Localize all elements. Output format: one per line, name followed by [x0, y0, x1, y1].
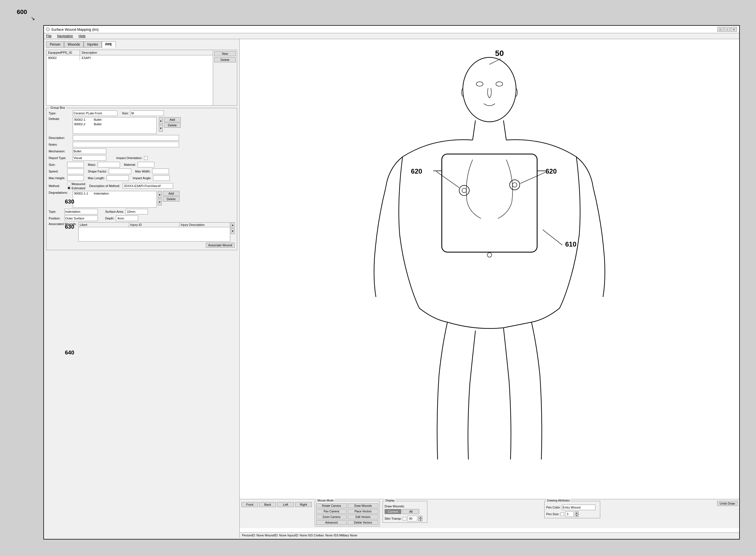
- speed-input[interactable]: [67, 169, 84, 174]
- pen-size-row: Pen Size: ▲ ▼: [546, 511, 598, 517]
- new-button[interactable]: New: [214, 51, 236, 56]
- pan-camera-button[interactable]: Pan Camera: [316, 509, 347, 514]
- degrad-scroll-down[interactable]: ▼: [158, 199, 162, 205]
- type2-label: Type:: [49, 210, 63, 213]
- max-width-input[interactable]: [152, 169, 169, 174]
- svg-rect-5: [442, 154, 537, 252]
- delete-ppe-button[interactable]: Delete: [214, 57, 236, 62]
- speed-shape-width-row: Speed: Shape Factor: Max Width:: [49, 169, 235, 174]
- defeats-scroll-up[interactable]: ▲: [159, 117, 163, 124]
- close-button[interactable]: ×: [731, 27, 737, 32]
- max-length-label: Max Length:: [88, 176, 105, 180]
- content-area: Person Wounds Injuries PPE EquippedPPE_I…: [44, 39, 739, 538]
- report-type-label: Report Type:: [49, 156, 71, 160]
- assoc-scroll-up[interactable]: ▲: [231, 222, 235, 228]
- pen-size-down[interactable]: ▼: [575, 514, 579, 517]
- skin-transp-down[interactable]: ▼: [419, 519, 422, 521]
- method-estimated-option: Estimated: [67, 186, 85, 190]
- right-button[interactable]: Right: [295, 502, 312, 507]
- skin-transp-row: Skin Transp: ▲ ▼: [385, 516, 425, 521]
- degradations-row: Degradations: 90002-1-1 Indentation ▲ ▼: [49, 191, 235, 208]
- advanced-button[interactable]: Advanced: [316, 520, 347, 525]
- skin-transp-up[interactable]: ▲: [419, 516, 422, 519]
- place-vectors-button[interactable]: Place Vectors: [348, 509, 379, 514]
- defeats-add-button[interactable]: Add: [164, 117, 181, 122]
- draw-wounds-button[interactable]: Draw Wounds: [348, 503, 379, 508]
- pen-size-up[interactable]: ▲: [575, 511, 579, 514]
- tab-ppe[interactable]: PPE: [102, 41, 116, 47]
- type2-surfarea-row: Type: Indentation Surface Area:: [49, 209, 235, 214]
- method-label: Method:: [49, 184, 65, 187]
- max-width-label: Max Width:: [135, 170, 151, 173]
- pen-size-checkbox[interactable]: [560, 512, 564, 516]
- drawing-attr-label: Drawing Attributes: [546, 499, 570, 502]
- edit-vectors-button[interactable]: Edit Vectors: [348, 515, 379, 519]
- material-input[interactable]: [138, 162, 154, 168]
- menu-file[interactable]: File: [46, 34, 52, 38]
- degrad-add-button[interactable]: Add: [163, 191, 179, 196]
- notes-input[interactable]: [73, 142, 179, 147]
- mechanism-select[interactable]: Bullet: [73, 148, 106, 154]
- measured-radio[interactable]: [67, 182, 71, 185]
- mass-label: Mass:: [88, 163, 96, 166]
- associate-wound-button[interactable]: Associate Wound: [206, 243, 235, 248]
- maxh-maxl-angle-row: Max Height: Max Length: Impact Angle:: [49, 175, 235, 181]
- current-button[interactable]: Current: [385, 509, 401, 514]
- ppe-id-value: 90002: [46, 55, 80, 60]
- pen-size-input[interactable]: [565, 511, 573, 517]
- report-type-select[interactable]: Visual: [73, 155, 106, 161]
- minimize-button[interactable]: □: [717, 27, 724, 32]
- assoc-wound-row: Associate Wound: [49, 243, 235, 248]
- tab-person[interactable]: Person: [46, 41, 64, 47]
- type-label: Type:: [49, 111, 71, 115]
- type-select[interactable]: Ceramic PLate Front: [73, 110, 118, 116]
- size-select[interactable]: M: [130, 110, 164, 116]
- depth-input[interactable]: [116, 215, 138, 221]
- view-buttons-group: Front Back Left Right: [241, 502, 312, 507]
- back-button[interactable]: Back: [259, 502, 276, 507]
- report-type-row: Report Type: Visual Impact Orientation:: [49, 155, 235, 161]
- defeats-delete-button[interactable]: Delete: [164, 123, 181, 128]
- pen-color-select[interactable]: Entry Wound: [562, 505, 595, 510]
- desc-of-method-label: Description of Method:: [89, 184, 120, 187]
- assoc-col-injid: Injury ID: [129, 222, 180, 227]
- skin-transp-checkbox[interactable]: [403, 517, 406, 521]
- skin-transp-input[interactable]: [407, 516, 417, 521]
- all-button[interactable]: All: [402, 509, 419, 514]
- annotation-600: 600: [17, 8, 27, 16]
- tab-wounds[interactable]: Wounds: [64, 41, 84, 47]
- estimated-radio[interactable]: [67, 186, 71, 190]
- defeats-scroll-down[interactable]: ▼: [159, 125, 163, 132]
- menu-bar: File Navigation Help: [44, 33, 739, 39]
- restore-button[interactable]: ○: [724, 27, 730, 32]
- front-button[interactable]: Front: [241, 502, 258, 507]
- delete-vectors-button[interactable]: Delete Vectors: [348, 520, 379, 525]
- surface-area-input[interactable]: [126, 209, 148, 214]
- max-length-input[interactable]: [106, 175, 129, 181]
- shape-factor-input[interactable]: [109, 169, 131, 174]
- menu-navigation[interactable]: Navigation: [57, 34, 73, 38]
- notes-row: Notes:: [49, 142, 235, 147]
- mouse-mode-grid: Rotate Camera Draw Wounds Pan Camera Pla…: [316, 503, 379, 525]
- undo-draw-button[interactable]: Undo Draw: [717, 501, 737, 506]
- title-bar: Surface Wound Mapping (tm) □ ○ ×: [44, 26, 739, 33]
- desc-of-method-input[interactable]: [123, 183, 173, 189]
- description-input[interactable]: [73, 135, 179, 141]
- pen-color-label: Pen Color:: [546, 506, 561, 509]
- impact-orientation-checkbox[interactable]: [144, 156, 148, 160]
- size-field-input[interactable]: [67, 162, 84, 168]
- zoom-camera-button[interactable]: Zoom Camera: [316, 515, 347, 519]
- degrad-scroll-up[interactable]: ▲: [158, 191, 162, 198]
- left-button[interactable]: Left: [277, 502, 294, 507]
- max-height-input[interactable]: [67, 175, 84, 181]
- assoc-scroll-down[interactable]: ▼: [231, 229, 235, 234]
- tab-injuries[interactable]: Injuries: [84, 41, 102, 47]
- position-select[interactable]: Outer Surface: [64, 215, 98, 221]
- type2-select[interactable]: Indentation: [64, 209, 98, 214]
- tabs-row: Person Wounds Injuries PPE: [46, 41, 237, 47]
- rotate-camera-button[interactable]: Rotate Camera: [316, 503, 347, 508]
- degrad-delete-button[interactable]: Delete: [163, 197, 179, 202]
- menu-help[interactable]: Help: [78, 34, 86, 38]
- mass-input[interactable]: [98, 162, 120, 168]
- impact-angle-input[interactable]: [153, 175, 170, 181]
